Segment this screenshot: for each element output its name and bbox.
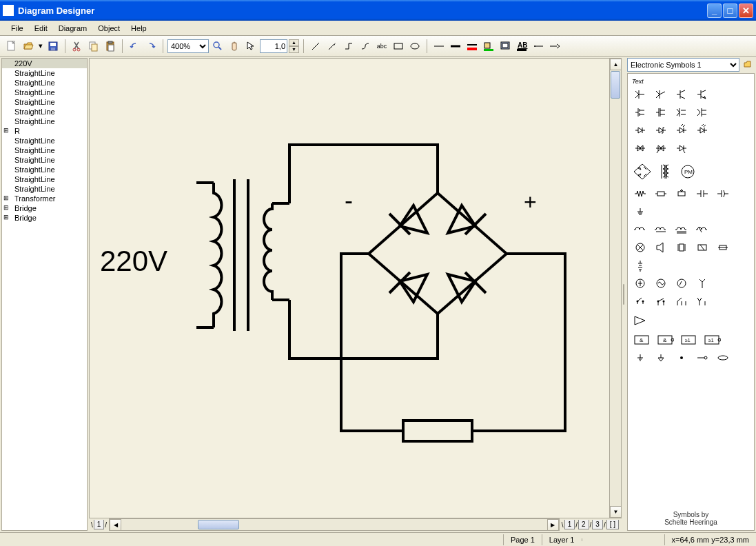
undo-icon[interactable] xyxy=(127,39,142,54)
tree-item[interactable]: StraightLine xyxy=(2,107,87,117)
save-icon[interactable] xyxy=(45,39,61,54)
paste-icon[interactable] xyxy=(103,39,118,54)
redo-icon[interactable] xyxy=(143,39,159,54)
minimize-button[interactable]: _ xyxy=(707,3,722,18)
tree-item[interactable]: StraightLine xyxy=(2,184,87,194)
sym-inductor4[interactable] xyxy=(694,223,711,236)
line-color-icon[interactable] xyxy=(464,39,480,54)
tree-item[interactable]: StraightLine xyxy=(2,68,87,78)
tree-item[interactable]: StraightLine xyxy=(2,136,87,145)
horizontal-scrollbar[interactable]: ◀ ▶ xyxy=(109,518,560,531)
sym-bridge-rectifier[interactable] xyxy=(632,162,653,181)
sym-transistor2[interactable] xyxy=(653,88,669,101)
menu-edit[interactable]: Edit xyxy=(29,23,53,34)
zoom-select[interactable]: 400% xyxy=(167,39,209,53)
sym-transistor1[interactable] xyxy=(632,88,648,101)
menu-help[interactable]: Help xyxy=(125,23,152,34)
scroll-up-icon[interactable]: ▲ xyxy=(610,59,622,70)
vertical-scrollbar[interactable]: ▲ ▼ xyxy=(609,59,621,518)
sym-switch2[interactable] xyxy=(653,294,669,308)
arrow-end-icon[interactable] xyxy=(547,39,562,54)
sym-inductor1[interactable] xyxy=(632,223,648,236)
sym-switch3[interactable] xyxy=(673,294,690,308)
maximize-button[interactable]: □ xyxy=(723,3,737,18)
open-dropdown-icon[interactable]: ▾ xyxy=(37,39,44,54)
linewidth-input[interactable] xyxy=(260,39,287,53)
sym-fet4[interactable] xyxy=(694,105,711,119)
sym-meter[interactable] xyxy=(673,276,690,290)
sym-fet2[interactable] xyxy=(653,105,669,119)
pagetab-prev2[interactable]: \ xyxy=(562,521,564,529)
linewidth-down-icon[interactable]: ▼ xyxy=(289,46,299,53)
sym-gate-nand[interactable]: ≥1 xyxy=(679,333,698,347)
fill-color-icon[interactable] xyxy=(481,39,496,54)
line-thin-icon[interactable] xyxy=(431,39,447,54)
close-button[interactable]: ✕ xyxy=(739,3,753,18)
sym-transformer[interactable] xyxy=(657,162,675,181)
tree-item[interactable]: Bridge xyxy=(2,213,87,223)
sym-transistor4[interactable] xyxy=(694,88,711,101)
tree-item[interactable]: StraightLine xyxy=(2,97,87,107)
sym-scr[interactable] xyxy=(673,141,690,155)
tree-item[interactable]: Transformer xyxy=(2,194,87,203)
sym-fuse[interactable] xyxy=(715,241,731,254)
sym-jumper[interactable] xyxy=(715,351,731,365)
sym-diac[interactable] xyxy=(632,141,648,155)
sym-resistor1[interactable] xyxy=(632,187,648,201)
tree-item[interactable]: Bridge xyxy=(2,203,87,213)
sym-inductor2[interactable] xyxy=(653,223,669,236)
open-file-icon[interactable] xyxy=(21,39,36,54)
sym-transistor3[interactable] xyxy=(673,88,690,101)
sym-gnd1[interactable] xyxy=(632,351,648,365)
pagetab-3[interactable]: 3 xyxy=(592,520,603,529)
pagetab-1b[interactable]: 1 xyxy=(564,520,575,529)
tree-item[interactable]: StraightLine xyxy=(2,155,87,165)
menu-diagram[interactable]: Diagram xyxy=(53,23,93,34)
menu-object[interactable]: Object xyxy=(92,23,125,34)
sym-crystal[interactable] xyxy=(673,241,690,254)
sym-fet1[interactable] xyxy=(632,105,648,119)
sym-terminal[interactable] xyxy=(694,351,711,365)
sym-triac[interactable] xyxy=(653,141,669,155)
sym-inductor3[interactable] xyxy=(673,223,690,236)
linewidth-up-icon[interactable]: ▲ xyxy=(289,39,299,46)
sym-fet3[interactable] xyxy=(673,105,690,119)
connector1-icon[interactable] xyxy=(341,39,356,54)
palette-select[interactable]: Electronic Symbols 1 xyxy=(627,58,739,72)
pagetab-add[interactable]: [ ] xyxy=(606,520,619,529)
sym-source2[interactable] xyxy=(653,276,669,290)
tree-item[interactable]: StraightLine xyxy=(2,165,87,174)
sym-switch1[interactable] xyxy=(632,294,648,308)
text-tool-icon[interactable]: abc xyxy=(374,39,389,54)
sym-gnd2[interactable] xyxy=(653,351,669,365)
diagram-canvas[interactable]: 220V - + xyxy=(90,59,609,518)
menu-file[interactable]: File xyxy=(6,23,29,34)
tree-item[interactable]: StraightLine xyxy=(2,88,87,97)
splitter-right[interactable] xyxy=(622,57,626,532)
sym-pot1[interactable] xyxy=(673,187,690,201)
pan-hand-icon[interactable] xyxy=(227,39,242,54)
tree-item[interactable]: StraightLine xyxy=(2,174,87,184)
tree-item[interactable]: 220V xyxy=(2,59,87,68)
scroll-left-icon[interactable]: ◀ xyxy=(110,519,121,531)
sym-switch4[interactable] xyxy=(694,294,711,308)
arrow-start-icon[interactable] xyxy=(531,39,546,54)
tree-item[interactable]: R xyxy=(2,126,87,136)
scroll-down-icon[interactable]: ▼ xyxy=(610,506,622,518)
sym-battery[interactable] xyxy=(632,259,648,272)
sym-opamp[interactable] xyxy=(632,314,648,327)
copy-icon[interactable] xyxy=(86,39,101,54)
palette-text-label[interactable]: Text xyxy=(632,78,750,85)
ellipse-tool-icon[interactable] xyxy=(407,39,422,54)
rect-tool-icon[interactable] xyxy=(391,39,406,54)
sym-diode2[interactable] xyxy=(653,123,669,137)
new-file-icon[interactable] xyxy=(4,39,19,54)
arrow-tool-icon[interactable] xyxy=(325,39,340,54)
sym-lamp[interactable] xyxy=(632,241,648,254)
sym-antenna[interactable] xyxy=(694,276,711,290)
sym-source1[interactable] xyxy=(632,276,648,290)
scroll-right-icon[interactable]: ▶ xyxy=(547,519,559,531)
tree-item[interactable]: StraightLine xyxy=(2,78,87,88)
sym-speaker[interactable] xyxy=(653,241,669,254)
sym-gate-and[interactable]: & xyxy=(632,333,651,347)
